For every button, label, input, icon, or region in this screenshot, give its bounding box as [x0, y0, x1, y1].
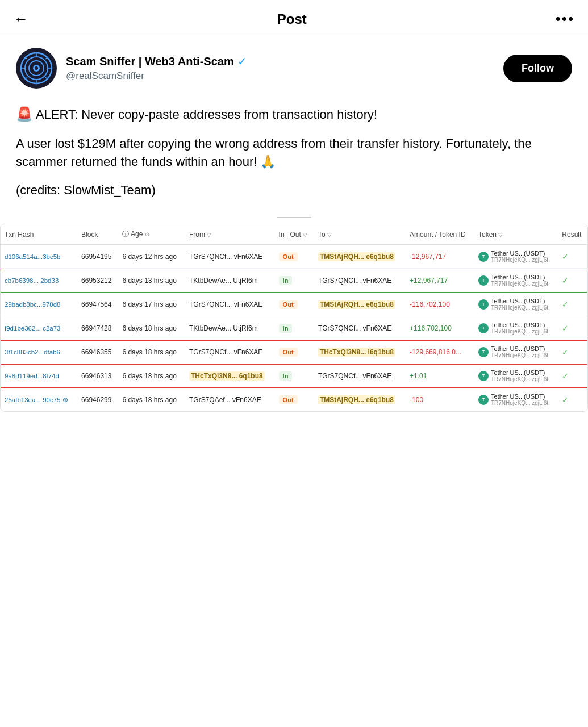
token-name: Tether US...(USDT): [491, 250, 548, 257]
txn-hash[interactable]: 25afb13ea... 90c75 ⊕: [1, 388, 77, 412]
from-cell: TGrS7QAef... vFn6XAE: [185, 388, 275, 412]
to-cell: TGrS7QNCf... vFn6XAE: [314, 269, 406, 293]
amount-cell: +12,967,717: [406, 269, 474, 293]
amount-cell: +1.01: [406, 364, 474, 388]
token-info: Tether US...(USDT) TR7NHqjeKQ... zgjLj6t: [491, 393, 548, 406]
avatar[interactable]: [16, 48, 57, 89]
txn-hash[interactable]: 29badb8bc...978d8: [1, 293, 77, 316]
profile-handle: @realScamSniffer: [66, 70, 247, 82]
profile-name-row: Scam Sniffer | Web3 Anti-Scam ✓: [66, 55, 247, 68]
token-name: Tether US...(USDT): [491, 345, 548, 352]
token-info: Tether US...(USDT) TR7NHqjeKQ... zgjLj6t: [491, 274, 548, 287]
token-info: Tether US...(USDT) TR7NHqjeKQ... zgjLj6t: [491, 321, 548, 335]
alert-text: ALERT: Never copy-paste addresses from t…: [36, 107, 377, 122]
header: ← Post •••: [0, 0, 588, 36]
token-sub: TR7NHqjeKQ... zgjLj6t: [491, 304, 548, 311]
direction-badge: Out: [279, 300, 298, 309]
direction-cell: Out: [275, 340, 314, 364]
result-cell: ✓: [558, 364, 587, 388]
block-num: 66954195: [77, 245, 118, 269]
token-icon: T: [478, 371, 489, 381]
block-num: 66946313: [77, 364, 118, 388]
txn-hash[interactable]: cb7b6398... 2bd33: [1, 269, 77, 293]
age: 6 days 13 hrs ago: [118, 269, 185, 293]
from-address: TGrS7QAef... vFn6XAE: [189, 396, 261, 404]
token-name: Tether US...(USDT): [491, 393, 548, 400]
token-cell: T Tether US...(USDT) TR7NHqjeKQ... zgjLj…: [474, 364, 558, 388]
checkmark-icon: ✓: [562, 395, 569, 404]
txn-hash[interactable]: f9d1be362... c2a73: [1, 316, 77, 340]
token-icon: T: [478, 395, 489, 405]
credits-text: (credits: SlowMist_Team): [16, 181, 572, 199]
result-cell: ✓: [558, 340, 587, 364]
txn-hash[interactable]: 3f1c883cb2...dfab6: [1, 340, 77, 364]
token-sub: TR7NHqjeKQ... zgjLj6t: [491, 281, 548, 287]
direction-badge: Out: [279, 395, 298, 404]
amount-cell: -100: [406, 388, 474, 412]
txn-hash[interactable]: 9a8d119ed...8f74d: [1, 364, 77, 388]
col-result: Result: [558, 224, 587, 245]
token-cell: T Tether US...(USDT) TR7NHqjeKQ... zgjLj…: [474, 293, 558, 316]
token-icon: T: [478, 275, 489, 286]
age: 6 days 18 hrs ago: [118, 316, 185, 340]
checkmark-icon: ✓: [562, 276, 569, 285]
txn-hash[interactable]: d106a514a...3bc5b: [1, 245, 77, 269]
table-header: Txn Hash Block ⓘ Age ⊙ From ▽ In | Out ▽…: [1, 224, 587, 245]
token-info: Tether US...(USDT) TR7NHqjeKQ... zgjLj6t: [491, 369, 548, 382]
profile-info: Scam Sniffer | Web3 Anti-Scam ✓ @realSca…: [66, 55, 247, 82]
token-cell: T Tether US...(USDT) TR7NHqjeKQ... zgjLj…: [474, 388, 558, 412]
result-cell: ✓: [558, 245, 587, 269]
from-cell: TKtbDewAe... UtjRf6m: [185, 269, 275, 293]
block-num: 66946355: [77, 340, 118, 364]
block-num: 66947564: [77, 293, 118, 316]
table-row: cb7b6398... 2bd33 66953212 6 days 13 hrs…: [1, 269, 587, 293]
more-options-button[interactable]: •••: [556, 10, 574, 28]
transaction-table: Txn Hash Block ⓘ Age ⊙ From ▽ In | Out ▽…: [0, 224, 588, 412]
to-address: TGrS7QNCf... vFn6XAE: [318, 372, 391, 380]
table-row: d106a514a...3bc5b 66954195 6 days 12 hrs…: [1, 245, 587, 269]
result-cell: ✓: [558, 293, 587, 316]
body-text: A user lost $129M after copying the wron…: [16, 135, 572, 171]
to-address-highlight: TMStAjRQH... e6q1bu8: [318, 252, 395, 261]
svg-point-4: [35, 66, 38, 70]
checkmark-icon: ✓: [562, 300, 569, 309]
from-cell: THcTxQi3N8... 6q1bu8: [185, 364, 275, 388]
col-txn-hash: Txn Hash: [1, 224, 77, 245]
profile-left: Scam Sniffer | Web3 Anti-Scam ✓ @realSca…: [16, 48, 247, 89]
token-icon: T: [478, 252, 489, 262]
result-cell: ✓: [558, 316, 587, 340]
amount-cell: -129,669,816.0...: [406, 340, 474, 364]
result-cell: ✓: [558, 269, 587, 293]
profile-section: Scam Sniffer | Web3 Anti-Scam ✓ @realSca…: [0, 36, 588, 94]
table-row: 29badb8bc...978d8 66947564 6 days 17 hrs…: [1, 293, 587, 316]
back-button[interactable]: ←: [14, 10, 28, 28]
table-row: 9a8d119ed...8f74d 66946313 6 days 18 hrs…: [1, 364, 587, 388]
from-address: TGrS7QNCf... vFn6XAE: [189, 253, 262, 261]
token-cell: T Tether US...(USDT) TR7NHqjeKQ... zgjLj…: [474, 340, 558, 364]
block-num: 66947428: [77, 316, 118, 340]
token-sub: TR7NHqjeKQ... zgjLj6t: [491, 328, 548, 335]
age: 6 days 18 hrs ago: [118, 340, 185, 364]
token-sub: TR7NHqjeKQ... zgjLj6t: [491, 400, 548, 406]
direction-badge: Out: [279, 252, 298, 261]
follow-button[interactable]: Follow: [503, 55, 572, 82]
block-num: 66953212: [77, 269, 118, 293]
verified-icon: ✓: [237, 55, 247, 68]
alert-paragraph: 🚨 ALERT: Never copy-paste addresses from…: [16, 105, 572, 124]
token-sub: TR7NHqjeKQ... zgjLj6t: [491, 257, 548, 263]
col-to: To ▽: [314, 224, 406, 245]
token-icon: T: [478, 347, 489, 357]
token-info: Tether US...(USDT) TR7NHqjeKQ... zgjLj6t: [491, 298, 548, 311]
checkmark-icon: ✓: [562, 252, 569, 261]
from-address-highlight: THcTxQi3N8... 6q1bu8: [189, 371, 265, 381]
from-cell: TGrS7QNCf... vFn6XAE: [185, 340, 275, 364]
alert-emoji: 🚨: [16, 106, 33, 122]
amount-cell: -116,702,100: [406, 293, 474, 316]
from-cell: TGrS7QNCf... vFn6XAE: [185, 245, 275, 269]
to-address-highlight: TMStAjRQH... e6q1bu8: [318, 395, 395, 404]
checkmark-icon: ✓: [562, 348, 569, 357]
to-cell: TMStAjRQH... e6q1bu8: [314, 245, 406, 269]
profile-name: Scam Sniffer | Web3 Anti-Scam: [66, 55, 234, 68]
token-cell: T Tether US...(USDT) TR7NHqjeKQ... zgjLj…: [474, 269, 558, 293]
table-divider: [277, 217, 311, 218]
